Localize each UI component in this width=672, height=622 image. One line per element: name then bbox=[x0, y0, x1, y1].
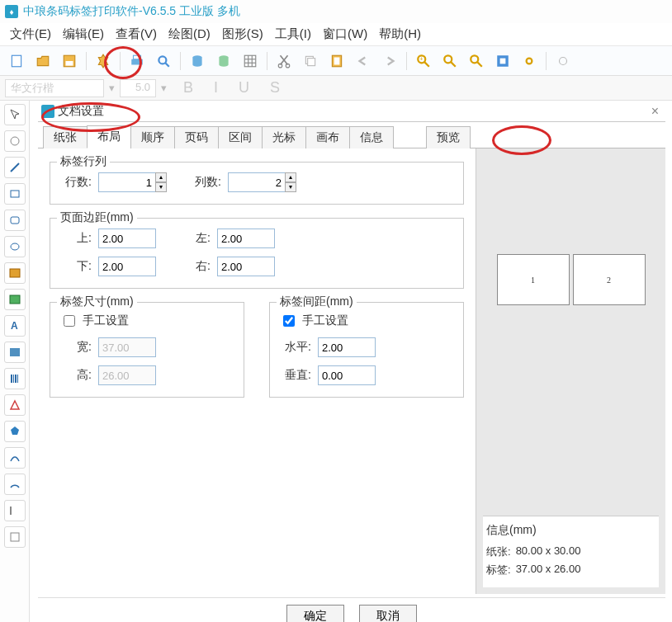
format-toolbar: 华文行楷 ▾ 5.0 ▾ B I U S bbox=[0, 76, 672, 101]
ellipse-tool-icon[interactable] bbox=[4, 236, 26, 257]
menu-file[interactable]: 文件(E) bbox=[5, 25, 56, 44]
tab-page[interactable]: 页码 bbox=[174, 126, 219, 148]
cancel-button[interactable]: 取消 bbox=[359, 605, 417, 622]
margin-left-input[interactable] bbox=[217, 229, 275, 248]
redo-icon[interactable] bbox=[378, 49, 401, 73]
legend-label-gap: 标签间距(mm) bbox=[277, 295, 357, 309]
menu-window[interactable]: 窗口(W) bbox=[318, 25, 372, 44]
open-icon[interactable] bbox=[31, 49, 54, 73]
tab-preview[interactable]: 预览 bbox=[426, 126, 471, 148]
database-icon[interactable] bbox=[186, 49, 209, 73]
svg-point-30 bbox=[11, 137, 19, 145]
dialog-titlebar: 文档设置 × bbox=[38, 101, 665, 122]
tab-info[interactable]: 信息 bbox=[349, 126, 394, 148]
app-title: 中琅条码标签打印软件-V6.5.5 工业版 多机 bbox=[23, 4, 240, 19]
new-doc-icon[interactable] bbox=[5, 49, 28, 73]
cut-icon[interactable] bbox=[272, 49, 296, 73]
image-tool-icon[interactable] bbox=[4, 262, 26, 284]
cols-up[interactable]: ▴ bbox=[285, 172, 296, 182]
gap-vt-label: 垂直: bbox=[280, 368, 311, 383]
rows-input[interactable] bbox=[98, 172, 156, 192]
svg-line-6 bbox=[165, 63, 169, 67]
separator bbox=[406, 52, 407, 70]
fieldset-margins: 页面边距(mm) 上: 左: 下: 右: bbox=[50, 218, 464, 289]
arrow-tool-icon[interactable] bbox=[4, 500, 26, 521]
info-label-value: 37.00 x 26.00 bbox=[516, 563, 581, 577]
polygon-tool-icon[interactable] bbox=[4, 421, 26, 442]
ok-button[interactable]: 确定 bbox=[286, 605, 344, 622]
zoom-fit-icon[interactable] bbox=[465, 49, 488, 73]
dropdown-icon[interactable]: ▾ bbox=[161, 82, 167, 94]
curve-tool-icon[interactable] bbox=[4, 447, 26, 469]
svg-point-23 bbox=[444, 55, 452, 63]
menubar: 文件(E) 编辑(E) 查看(V) 绘图(D) 图形(S) 工具(I) 窗口(W… bbox=[0, 23, 672, 46]
cols-down[interactable]: ▾ bbox=[285, 182, 296, 192]
roundrect-tool-icon[interactable] bbox=[4, 210, 26, 231]
pointer-tool-icon[interactable] bbox=[4, 104, 26, 125]
svg-point-25 bbox=[471, 55, 478, 63]
zoom-out-icon[interactable] bbox=[438, 49, 461, 73]
close-icon[interactable]: × bbox=[648, 104, 662, 119]
size-manual-checkbox[interactable] bbox=[64, 315, 75, 327]
grid-icon[interactable] bbox=[239, 49, 262, 73]
menu-tool[interactable]: 工具(I) bbox=[270, 25, 316, 44]
paste-icon[interactable] bbox=[325, 49, 348, 73]
link-icon[interactable] bbox=[551, 49, 575, 73]
tab-cursor[interactable]: 光标 bbox=[262, 126, 306, 148]
undo-icon[interactable] bbox=[352, 49, 375, 73]
pan-tool-icon[interactable] bbox=[4, 130, 26, 152]
preview-cell-2: 2 bbox=[573, 254, 646, 305]
barcode-tool-icon[interactable] bbox=[4, 368, 26, 389]
text-tool-icon[interactable]: A bbox=[4, 315, 26, 337]
menu-edit[interactable]: 编辑(E) bbox=[58, 25, 109, 44]
print-icon[interactable] bbox=[125, 49, 149, 73]
titlebar: ♦ 中琅条码标签打印软件-V6.5.5 工业版 多机 bbox=[0, 0, 672, 23]
tab-interval[interactable]: 区间 bbox=[218, 126, 263, 148]
tab-order[interactable]: 顺序 bbox=[130, 126, 175, 148]
dialog-buttons: 确定 取消 bbox=[38, 597, 665, 622]
image2-tool-icon[interactable] bbox=[4, 289, 26, 310]
height-input bbox=[98, 365, 156, 385]
richtext-tool-icon[interactable] bbox=[4, 342, 26, 363]
print-preview-icon[interactable] bbox=[152, 49, 175, 73]
fullscreen-icon[interactable] bbox=[491, 49, 514, 73]
menu-shape[interactable]: 图形(S) bbox=[217, 25, 268, 44]
database2-icon[interactable] bbox=[212, 49, 235, 73]
rows-up[interactable]: ▴ bbox=[155, 172, 167, 182]
dialog-tabs: 纸张 布局 顺序 页码 区间 光标 画布 信息 预览 bbox=[38, 122, 665, 148]
gap-manual-check[interactable]: 手工设置 bbox=[280, 313, 453, 329]
gap-manual-checkbox[interactable] bbox=[283, 315, 295, 327]
font-style-buttons[interactable]: B I U S bbox=[183, 79, 288, 97]
font-family-input[interactable]: 华文行楷 bbox=[5, 79, 104, 97]
font-size-input[interactable]: 5.0 bbox=[120, 79, 156, 97]
menu-view[interactable]: 查看(V) bbox=[111, 25, 162, 44]
margin-bottom-input[interactable] bbox=[98, 257, 156, 276]
menu-help[interactable]: 帮助(H) bbox=[374, 25, 426, 44]
tab-canvas[interactable]: 画布 bbox=[305, 126, 350, 148]
arc-tool-icon[interactable] bbox=[4, 474, 26, 495]
width-label: 宽: bbox=[60, 340, 92, 355]
save-icon[interactable] bbox=[58, 49, 81, 73]
layout-form: 标签行列 行数: ▴▾ 列数: ▴▾ bbox=[38, 148, 476, 594]
margin-right-input[interactable] bbox=[217, 257, 275, 276]
tab-layout[interactable]: 布局 bbox=[87, 125, 131, 148]
gap-vt-input[interactable] bbox=[318, 365, 376, 385]
tab-paper[interactable]: 纸张 bbox=[43, 126, 88, 148]
dropdown-icon[interactable]: ▾ bbox=[109, 82, 115, 94]
rect-tool-icon[interactable] bbox=[4, 183, 26, 205]
angle-tool-icon[interactable] bbox=[4, 526, 26, 548]
triangle-tool-icon[interactable] bbox=[4, 394, 26, 416]
info-paper-label: 纸张: bbox=[486, 544, 511, 559]
doc-settings-icon[interactable] bbox=[92, 49, 115, 73]
rows-down[interactable]: ▾ bbox=[155, 182, 167, 192]
menu-draw[interactable]: 绘图(D) bbox=[163, 25, 215, 44]
margin-top-input[interactable] bbox=[98, 229, 156, 248]
zoom-in-icon[interactable]: + bbox=[412, 49, 435, 73]
copy-icon[interactable] bbox=[299, 49, 322, 73]
size-manual-check[interactable]: 手工设置 bbox=[60, 313, 234, 329]
gap-hz-input[interactable] bbox=[318, 337, 376, 357]
settings-icon[interactable] bbox=[518, 49, 541, 73]
line-tool-icon[interactable] bbox=[4, 157, 26, 178]
cols-input[interactable] bbox=[228, 172, 286, 192]
svg-rect-41 bbox=[15, 375, 17, 383]
